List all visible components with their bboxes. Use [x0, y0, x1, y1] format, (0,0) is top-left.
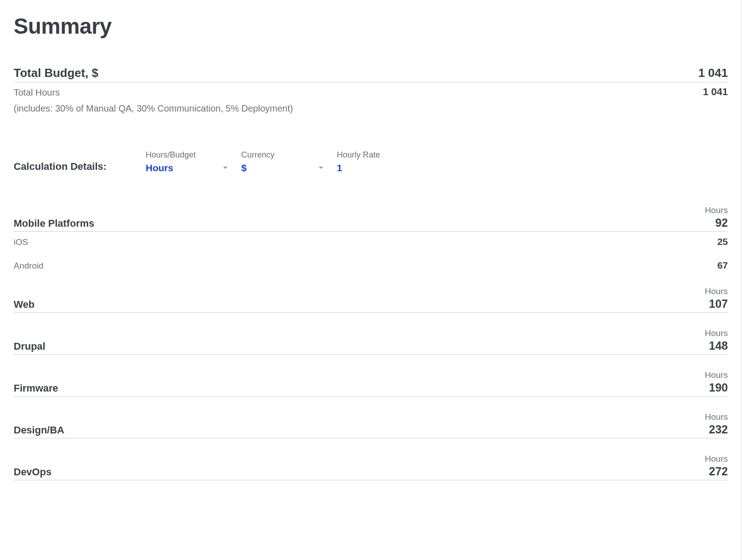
section-unit-row: Hours — [14, 454, 728, 464]
section-unit-row: Hours — [14, 286, 728, 296]
section-unit-label: Hours — [705, 286, 728, 296]
section-name: DevOps — [14, 466, 51, 478]
item-value: 67 — [717, 260, 728, 271]
section-name: Web — [14, 299, 35, 311]
section-name: Drupal — [14, 341, 46, 352]
section-value: 148 — [709, 339, 728, 352]
page-title: Summary — [14, 14, 728, 39]
section-header: Mobile Platforms92 — [14, 216, 728, 232]
section-header: Drupal148 — [14, 339, 728, 355]
section-unit-row: Hours — [14, 370, 728, 380]
section-name: Firmware — [14, 382, 58, 394]
total-budget-label: Total Budget, $ — [14, 66, 98, 80]
section-unit-label: Hours — [705, 328, 728, 338]
item-value: 25 — [717, 236, 728, 247]
section-name: Design/BA — [14, 424, 64, 436]
section: HoursWeb107 — [14, 286, 728, 313]
hourly-rate-label: Hourly Rate — [337, 150, 432, 160]
section: HoursMobile Platforms92iOS25Android67 — [14, 205, 728, 271]
list-item: iOS25 — [14, 232, 728, 247]
includes-text: (includes: 30% of Manual QA, 30% Communi… — [14, 103, 728, 114]
total-hours-value: 1 041 — [703, 86, 728, 98]
item-name: iOS — [14, 237, 28, 247]
section-value: 232 — [709, 423, 728, 436]
calculation-details-row: Calculation Details: Hours/Budget Hours … — [14, 150, 728, 173]
section-header: Web107 — [14, 297, 728, 313]
total-hours-row: Total Hours 1 041 — [14, 82, 728, 98]
currency-select[interactable]: Currency $ — [241, 150, 337, 173]
currency-label: Currency — [241, 150, 337, 160]
section-name: Mobile Platforms — [14, 218, 94, 229]
section-value: 107 — [709, 297, 728, 311]
section: HoursFirmware190 — [14, 370, 728, 397]
section: HoursDesign/BA232 — [14, 412, 728, 438]
section-value: 92 — [715, 216, 728, 229]
section-unit-row: Hours — [14, 205, 728, 215]
section-header: DevOps272 — [14, 465, 728, 480]
sections-container: HoursMobile Platforms92iOS25Android67Hou… — [14, 205, 728, 480]
section-unit-label: Hours — [705, 205, 728, 215]
calculation-details-heading: Calculation Details: — [14, 161, 146, 173]
section-unit-label: Hours — [705, 454, 728, 464]
total-budget-value: 1 041 — [698, 66, 728, 80]
section-value: 272 — [709, 465, 728, 478]
section-unit-row: Hours — [14, 412, 728, 422]
section-unit-row: Hours — [14, 328, 728, 338]
section: HoursDrupal148 — [14, 328, 728, 355]
hours-budget-select[interactable]: Hours/Budget Hours — [146, 150, 241, 173]
section-header: Firmware190 — [14, 381, 728, 397]
section-unit-label: Hours — [705, 370, 728, 380]
total-budget-row: Total Budget, $ 1 041 — [14, 66, 728, 82]
chevron-down-icon — [319, 167, 323, 169]
list-item: Android67 — [14, 255, 728, 271]
section-header: Design/BA232 — [14, 423, 728, 438]
hourly-rate-field[interactable]: Hourly Rate 1 — [337, 150, 432, 173]
hourly-rate-value: 1 — [337, 163, 432, 173]
section-value: 190 — [709, 381, 728, 394]
total-hours-label: Total Hours — [14, 87, 60, 98]
section-unit-label: Hours — [705, 412, 728, 422]
hours-budget-label: Hours/Budget — [146, 150, 241, 160]
section: HoursDevOps272 — [14, 454, 728, 480]
chevron-down-icon — [223, 167, 228, 169]
summary-page: Summary Total Budget, $ 1 041 Total Hour… — [0, 0, 742, 560]
item-name: Android — [14, 261, 44, 271]
